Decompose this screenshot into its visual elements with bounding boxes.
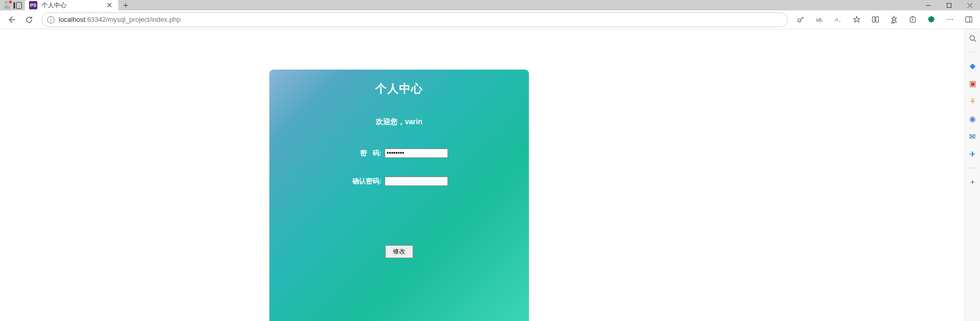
- browser-toolbar: i localhost:63342/mysql_project/index.ph…: [0, 10, 980, 29]
- sidebar-tool-5-icon[interactable]: ✈: [968, 149, 978, 159]
- sidebar-tool-3-icon[interactable]: ⚘: [968, 96, 978, 106]
- url-path: :63342/mysql_project/index.php: [85, 16, 181, 23]
- sidebar-toggle-icon[interactable]: [960, 11, 977, 28]
- toolbar-actions: aあ A: [792, 11, 977, 28]
- svg-point-5: [797, 19, 800, 22]
- svg-point-13: [947, 19, 948, 20]
- maximize-button[interactable]: [938, 0, 959, 10]
- tab-title: 个人中心: [42, 1, 102, 10]
- sidebar-tool-1-icon[interactable]: ◆: [968, 61, 978, 71]
- window-controls: [918, 0, 980, 10]
- password-row: 密 码:: [269, 149, 529, 158]
- favorite-icon[interactable]: [848, 11, 865, 28]
- translate-icon[interactable]: aあ: [811, 11, 827, 28]
- welcome-text: 欢迎您，varin: [269, 117, 529, 127]
- more-menu-button[interactable]: [942, 11, 958, 28]
- close-window-button[interactable]: [959, 0, 980, 10]
- svg-rect-8: [872, 17, 875, 22]
- tab-prefix-controls: [0, 1, 25, 9]
- password-input[interactable]: [385, 149, 448, 158]
- welcome-username: varin: [405, 117, 422, 126]
- confirm-password-label: 确认密码:: [350, 177, 382, 186]
- profile-card: 个人中心 欢迎您，varin 密 码: 确认密码: 修改: [269, 70, 529, 321]
- url-text: localhost:63342/mysql_project/index.php: [59, 16, 181, 23]
- sidebar-add-icon[interactable]: ＋: [968, 177, 978, 187]
- svg-rect-1: [947, 3, 951, 7]
- svg-text:A: A: [834, 17, 838, 22]
- svg-point-14: [949, 19, 950, 20]
- sidebar-separator: [968, 168, 977, 168]
- sidebar-tool-4-icon[interactable]: ◉: [968, 114, 978, 124]
- svg-point-15: [951, 19, 952, 20]
- split-screen-icon[interactable]: [867, 11, 883, 28]
- right-sidebar: ◆ ▣ ⚘ ◉ ✉ ✈ ＋: [964, 29, 980, 321]
- svg-rect-9: [876, 17, 878, 22]
- notification-dot-icon: [9, 1, 12, 4]
- svg-line-19: [974, 40, 976, 42]
- card-title: 个人中心: [269, 81, 529, 97]
- confirm-password-input[interactable]: [385, 177, 448, 186]
- back-button[interactable]: [3, 11, 20, 28]
- confirm-password-row: 确认密码:: [269, 177, 529, 186]
- collections-icon[interactable]: [904, 11, 921, 28]
- tab-favicon-icon: PS: [29, 1, 37, 9]
- tab-strip: PS 个人中心 ✕ ＋: [0, 0, 133, 10]
- url-host: localhost: [59, 16, 85, 23]
- submit-button[interactable]: 修改: [385, 245, 413, 258]
- content-area: 个人中心 欢迎您，varin 密 码: 确认密码: 修改 ◆ ▣ ⚘ ◉ ✉: [0, 29, 980, 321]
- extensions-icon[interactable]: [923, 11, 940, 28]
- svg-rect-16: [965, 17, 972, 22]
- tab-actions-icon[interactable]: [13, 2, 22, 9]
- password-icon[interactable]: [792, 11, 809, 28]
- browser-tab[interactable]: PS 个人中心 ✕: [25, 0, 118, 10]
- address-bar[interactable]: i localhost:63342/mysql_project/index.ph…: [42, 12, 788, 27]
- profile-icon[interactable]: [3, 1, 11, 9]
- sidebar-outlook-icon[interactable]: ✉: [968, 131, 978, 142]
- read-aloud-icon[interactable]: A: [829, 11, 846, 28]
- svg-point-18: [970, 36, 974, 41]
- sidebar-search-icon[interactable]: [968, 33, 978, 44]
- window-titlebar: PS 个人中心 ✕ ＋: [0, 0, 980, 10]
- sidebar-separator: [968, 52, 977, 52]
- page-viewport: 个人中心 欢迎您，varin 密 码: 确认密码: 修改: [0, 29, 964, 321]
- welcome-prefix: 欢迎您，: [376, 117, 405, 126]
- minimize-button[interactable]: [918, 0, 938, 10]
- favorites-list-icon[interactable]: [886, 11, 902, 28]
- new-tab-button[interactable]: ＋: [118, 0, 133, 10]
- sidebar-tool-2-icon[interactable]: ▣: [968, 78, 978, 89]
- svg-text:aあ: aあ: [815, 17, 823, 22]
- password-label: 密 码:: [350, 149, 382, 158]
- refresh-button[interactable]: [21, 11, 37, 28]
- site-info-icon[interactable]: i: [47, 16, 55, 23]
- tab-close-button[interactable]: ✕: [106, 2, 113, 9]
